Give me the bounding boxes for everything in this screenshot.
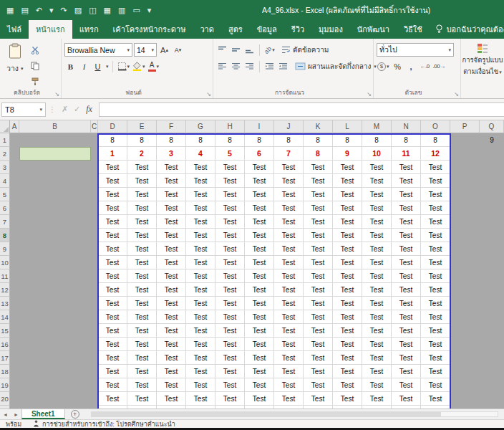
cell-M14[interactable]: Test — [362, 310, 392, 324]
cell-E20[interactable]: Test — [127, 392, 157, 406]
cell-D18[interactable]: Test — [98, 365, 127, 378]
cell-L9[interactable]: Test — [333, 242, 362, 256]
cancel-button[interactable]: ✗ — [59, 105, 71, 114]
cell-I14[interactable]: Test — [245, 310, 274, 324]
cell-L7[interactable]: Test — [333, 215, 362, 229]
cell-C14[interactable] — [91, 310, 98, 324]
cell-Q21[interactable] — [480, 406, 504, 408]
cell-I18[interactable]: Test — [245, 365, 274, 378]
row-header-17[interactable]: 17 — [0, 351, 10, 365]
align-center-button[interactable] — [230, 60, 242, 73]
cell-H13[interactable]: Test — [215, 297, 245, 310]
cell-J17[interactable]: Test — [274, 351, 304, 365]
cell-N3[interactable]: Test — [392, 161, 421, 174]
cell-N15[interactable]: Test — [392, 324, 421, 338]
new-sheet-button[interactable]: + — [71, 410, 79, 419]
cell-F19[interactable]: Test — [157, 378, 186, 392]
cell-E4[interactable]: Test — [127, 174, 157, 188]
cell-L15[interactable]: Test — [333, 324, 362, 338]
undo-icon[interactable]: ↶ — [36, 6, 42, 14]
comma-style-button[interactable]: , — [405, 60, 417, 73]
cell-D14[interactable]: Test — [98, 310, 127, 324]
cell-E2[interactable]: 2 — [127, 147, 157, 161]
cell-E17[interactable]: Test — [127, 351, 157, 365]
cell-H7[interactable]: Test — [215, 215, 245, 229]
cell-A14[interactable] — [10, 310, 19, 324]
align-bottom-button[interactable] — [243, 44, 256, 57]
cell-C4[interactable] — [91, 174, 98, 188]
worksheet-area[interactable]: ABCDEFGHIJKLMNOPQ18888888888889212345678… — [0, 120, 504, 408]
ribbon-tab-4[interactable]: วาด — [193, 20, 221, 39]
cell-E13[interactable]: Test — [127, 297, 157, 310]
font-size-combo[interactable]: 14 ▾ — [134, 43, 157, 57]
increase-decimal-button[interactable]: ←.0 — [419, 60, 431, 73]
cell-Q6[interactable] — [480, 201, 504, 215]
cell-A8[interactable] — [10, 229, 19, 242]
cell-I15[interactable]: Test — [245, 324, 274, 338]
cell-K7[interactable]: Test — [304, 215, 333, 229]
cell-F12[interactable]: Test — [157, 283, 186, 297]
cell-D13[interactable]: Test — [98, 297, 127, 310]
cell-E15[interactable]: Test — [127, 324, 157, 338]
cell-K11[interactable]: Test — [304, 269, 333, 283]
cell-N9[interactable]: Test — [392, 242, 421, 256]
cell-A12[interactable] — [10, 283, 19, 297]
cell-I13[interactable]: Test — [245, 297, 274, 310]
cell-J16[interactable]: Test — [274, 338, 304, 351]
cell-L6[interactable]: Test — [333, 201, 362, 215]
cell-D21[interactable]: Test — [98, 406, 127, 408]
undo-dropdown-icon[interactable]: ▾ — [49, 6, 54, 14]
column-header-K[interactable]: K — [304, 120, 333, 133]
cell-P9[interactable] — [450, 242, 480, 256]
cell-E10[interactable]: Test — [127, 256, 157, 269]
cell-A6[interactable] — [10, 201, 19, 215]
cell-O18[interactable]: Test — [421, 365, 450, 378]
cell-P7[interactable] — [450, 215, 480, 229]
cell-E6[interactable]: Test — [127, 201, 157, 215]
cell-P19[interactable] — [450, 378, 480, 392]
cell-B11[interactable] — [19, 269, 91, 283]
cell-F8[interactable]: Test — [157, 229, 186, 242]
cell-G2[interactable]: 4 — [186, 147, 215, 161]
borders-button[interactable]: ▾ — [117, 60, 131, 73]
cell-P20[interactable] — [450, 392, 480, 406]
cell-Q4[interactable] — [480, 174, 504, 188]
cell-A2[interactable] — [10, 147, 19, 161]
cell-H20[interactable]: Test — [215, 392, 245, 406]
column-header-O[interactable]: O — [421, 120, 450, 133]
cell-M12[interactable]: Test — [362, 283, 392, 297]
percent-style-button[interactable]: % — [392, 60, 404, 73]
column-header-P[interactable]: P — [450, 120, 480, 133]
cell-E7[interactable]: Test — [127, 215, 157, 229]
cell-H9[interactable]: Test — [215, 242, 245, 256]
cell-H17[interactable]: Test — [215, 351, 245, 365]
insert-function-button[interactable]: fx — [83, 104, 95, 115]
cell-L2[interactable]: 9 — [333, 147, 362, 161]
cell-Q2[interactable] — [480, 147, 504, 161]
dropdown-icon[interactable]: ▾ — [106, 64, 109, 70]
cell-F16[interactable]: Test — [157, 338, 186, 351]
cell-G19[interactable]: Test — [186, 378, 215, 392]
cell-B12[interactable] — [19, 283, 91, 297]
cell-F5[interactable]: Test — [157, 188, 186, 201]
cell-F7[interactable]: Test — [157, 215, 186, 229]
cell-Q13[interactable] — [480, 297, 504, 310]
row-header-19[interactable]: 19 — [0, 378, 10, 392]
cell-C13[interactable] — [91, 297, 98, 310]
formula-bar-separator-icon[interactable]: ⋮ — [46, 105, 59, 113]
cell-N20[interactable]: Test — [392, 392, 421, 406]
row-header-18[interactable]: 18 — [0, 365, 10, 378]
ribbon-tab-2[interactable]: แทรก — [72, 20, 106, 39]
cell-O7[interactable]: Test — [421, 215, 450, 229]
cell-D1[interactable]: 8 — [98, 133, 127, 147]
cell-C9[interactable] — [91, 242, 98, 256]
copy-icon[interactable]: ◫ — [89, 6, 96, 14]
cell-E21[interactable]: Test — [127, 406, 157, 408]
cell-F20[interactable]: Test — [157, 392, 186, 406]
cell-E16[interactable]: Test — [127, 338, 157, 351]
cell-B14[interactable] — [19, 310, 91, 324]
cell-H3[interactable]: Test — [215, 161, 245, 174]
conditional-formatting-button[interactable]: การจัดรูปแบบ ตามเงื่อนไข▾ — [464, 42, 501, 78]
cell-J20[interactable]: Test — [274, 392, 304, 406]
cell-D7[interactable]: Test — [98, 215, 127, 229]
